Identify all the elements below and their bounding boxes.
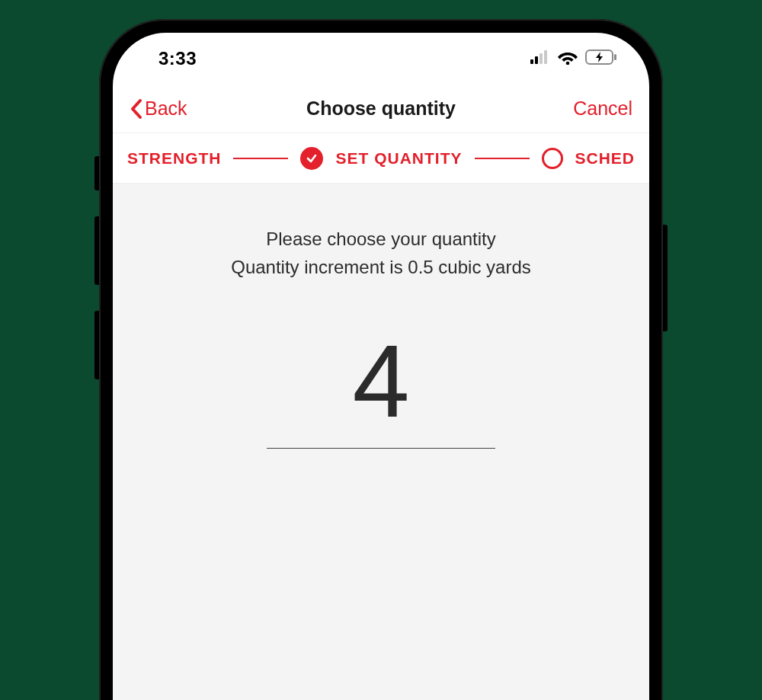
status-time: 3:33 [158,48,197,69]
volume-down-button [94,311,99,379]
instruction-line-2: Quantity increment is 0.5 cubic yards [113,253,649,281]
back-label: Back [145,97,187,120]
back-button[interactable]: Back [130,97,221,120]
cellular-signal-icon [530,50,550,67]
chevron-left-icon [130,98,143,120]
navigation-bar: Back Choose quantity Cancel [113,85,649,133]
wifi-icon [558,50,578,68]
svg-rect-2 [539,53,543,64]
phone-side-buttons-left [94,156,99,405]
phone-screen: 3:33 [113,33,649,700]
progress-stepper: STRENGTH SET QUANTITY SCHED [113,133,649,184]
volume-up-button [94,216,99,285]
svg-point-4 [566,61,570,64]
battery-charging-icon [585,50,617,68]
phone-device-frame: 3:33 [99,19,663,700]
status-bar: 3:33 [113,33,649,85]
quantity-stepper[interactable]: 4 [113,330,649,449]
power-button [663,225,668,331]
empty-circle-icon [542,148,563,169]
instruction-line-1: Please choose your quantity [113,225,649,253]
quantity-underline [267,448,495,449]
svg-rect-3 [544,50,547,64]
cancel-button[interactable]: Cancel [541,97,632,120]
stepper-step-strength[interactable]: STRENGTH [127,149,222,168]
quantity-value: 4 [352,330,409,433]
content-area: Please choose your quantity Quantity inc… [113,184,649,700]
status-icons-group [530,50,617,68]
stepper-connector [233,158,288,159]
stepper-connector [475,158,530,159]
phone-side-buttons-right [663,225,668,331]
stepper-step-schedule[interactable]: SCHED [575,149,636,168]
stepper-step-set-quantity[interactable]: SET QUANTITY [335,149,462,168]
mute-switch [94,156,99,190]
svg-rect-1 [535,56,538,64]
page-title: Choose quantity [221,97,541,120]
svg-rect-0 [530,59,533,64]
check-circle-icon [300,147,323,170]
svg-rect-6 [614,54,616,60]
